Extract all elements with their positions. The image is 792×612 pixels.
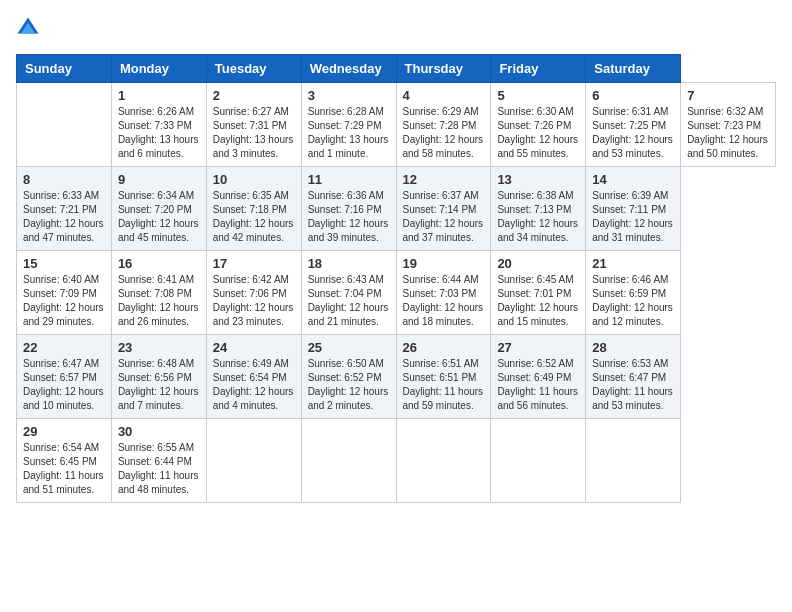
cell-info: Sunrise: 6:35 AM Sunset: 7:18 PM Dayligh… (213, 189, 295, 245)
day-number: 19 (403, 256, 485, 271)
day-number: 2 (213, 88, 295, 103)
cell-info: Sunrise: 6:48 AM Sunset: 6:56 PM Dayligh… (118, 357, 200, 413)
cell-info: Sunrise: 6:54 AM Sunset: 6:45 PM Dayligh… (23, 441, 105, 497)
cell-info: Sunrise: 6:39 AM Sunset: 7:11 PM Dayligh… (592, 189, 674, 245)
calendar-cell: 12Sunrise: 6:37 AM Sunset: 7:14 PM Dayli… (396, 167, 491, 251)
header (16, 16, 776, 40)
calendar-cell: 30Sunrise: 6:55 AM Sunset: 6:44 PM Dayli… (111, 419, 206, 503)
calendar-cell: 18Sunrise: 6:43 AM Sunset: 7:04 PM Dayli… (301, 251, 396, 335)
calendar-cell: 2Sunrise: 6:27 AM Sunset: 7:31 PM Daylig… (206, 83, 301, 167)
day-number: 18 (308, 256, 390, 271)
calendar-cell: 29Sunrise: 6:54 AM Sunset: 6:45 PM Dayli… (17, 419, 112, 503)
calendar-cell: 20Sunrise: 6:45 AM Sunset: 7:01 PM Dayli… (491, 251, 586, 335)
day-number: 20 (497, 256, 579, 271)
cell-info: Sunrise: 6:38 AM Sunset: 7:13 PM Dayligh… (497, 189, 579, 245)
day-number: 22 (23, 340, 105, 355)
calendar-cell: 16Sunrise: 6:41 AM Sunset: 7:08 PM Dayli… (111, 251, 206, 335)
calendar-cell: 5Sunrise: 6:30 AM Sunset: 7:26 PM Daylig… (491, 83, 586, 167)
cell-info: Sunrise: 6:55 AM Sunset: 6:44 PM Dayligh… (118, 441, 200, 497)
calendar-cell (491, 419, 586, 503)
cell-info: Sunrise: 6:51 AM Sunset: 6:51 PM Dayligh… (403, 357, 485, 413)
day-number: 15 (23, 256, 105, 271)
day-of-week-header: Tuesday (206, 55, 301, 83)
day-number: 26 (403, 340, 485, 355)
cell-info: Sunrise: 6:36 AM Sunset: 7:16 PM Dayligh… (308, 189, 390, 245)
day-number: 27 (497, 340, 579, 355)
day-number: 14 (592, 172, 674, 187)
day-of-week-header: Saturday (586, 55, 681, 83)
calendar-cell: 28Sunrise: 6:53 AM Sunset: 6:47 PM Dayli… (586, 335, 681, 419)
day-number: 21 (592, 256, 674, 271)
day-number: 6 (592, 88, 674, 103)
calendar-cell: 8Sunrise: 6:33 AM Sunset: 7:21 PM Daylig… (17, 167, 112, 251)
cell-info: Sunrise: 6:26 AM Sunset: 7:33 PM Dayligh… (118, 105, 200, 161)
day-number: 13 (497, 172, 579, 187)
cell-info: Sunrise: 6:37 AM Sunset: 7:14 PM Dayligh… (403, 189, 485, 245)
calendar-cell: 25Sunrise: 6:50 AM Sunset: 6:52 PM Dayli… (301, 335, 396, 419)
calendar-cell: 10Sunrise: 6:35 AM Sunset: 7:18 PM Dayli… (206, 167, 301, 251)
calendar-cell: 4Sunrise: 6:29 AM Sunset: 7:28 PM Daylig… (396, 83, 491, 167)
logo-icon (16, 16, 40, 40)
calendar-cell: 7Sunrise: 6:32 AM Sunset: 7:23 PM Daylig… (681, 83, 776, 167)
calendar-week-row: 15Sunrise: 6:40 AM Sunset: 7:09 PM Dayli… (17, 251, 776, 335)
calendar-cell: 19Sunrise: 6:44 AM Sunset: 7:03 PM Dayli… (396, 251, 491, 335)
calendar-week-row: 1Sunrise: 6:26 AM Sunset: 7:33 PM Daylig… (17, 83, 776, 167)
cell-info: Sunrise: 6:52 AM Sunset: 6:49 PM Dayligh… (497, 357, 579, 413)
day-of-week-header: Monday (111, 55, 206, 83)
day-number: 16 (118, 256, 200, 271)
cell-info: Sunrise: 6:30 AM Sunset: 7:26 PM Dayligh… (497, 105, 579, 161)
day-number: 1 (118, 88, 200, 103)
day-of-week-header: Sunday (17, 55, 112, 83)
day-number: 17 (213, 256, 295, 271)
day-number: 10 (213, 172, 295, 187)
day-number: 24 (213, 340, 295, 355)
calendar-cell: 26Sunrise: 6:51 AM Sunset: 6:51 PM Dayli… (396, 335, 491, 419)
calendar-table: SundayMondayTuesdayWednesdayThursdayFrid… (16, 54, 776, 503)
calendar-cell: 17Sunrise: 6:42 AM Sunset: 7:06 PM Dayli… (206, 251, 301, 335)
day-number: 7 (687, 88, 769, 103)
cell-info: Sunrise: 6:49 AM Sunset: 6:54 PM Dayligh… (213, 357, 295, 413)
calendar-cell: 6Sunrise: 6:31 AM Sunset: 7:25 PM Daylig… (586, 83, 681, 167)
cell-info: Sunrise: 6:27 AM Sunset: 7:31 PM Dayligh… (213, 105, 295, 161)
logo (16, 16, 44, 40)
cell-info: Sunrise: 6:31 AM Sunset: 7:25 PM Dayligh… (592, 105, 674, 161)
cell-info: Sunrise: 6:43 AM Sunset: 7:04 PM Dayligh… (308, 273, 390, 329)
cell-info: Sunrise: 6:47 AM Sunset: 6:57 PM Dayligh… (23, 357, 105, 413)
cell-info: Sunrise: 6:44 AM Sunset: 7:03 PM Dayligh… (403, 273, 485, 329)
day-number: 9 (118, 172, 200, 187)
cell-info: Sunrise: 6:46 AM Sunset: 6:59 PM Dayligh… (592, 273, 674, 329)
cell-info: Sunrise: 6:45 AM Sunset: 7:01 PM Dayligh… (497, 273, 579, 329)
calendar-week-row: 29Sunrise: 6:54 AM Sunset: 6:45 PM Dayli… (17, 419, 776, 503)
calendar-cell: 23Sunrise: 6:48 AM Sunset: 6:56 PM Dayli… (111, 335, 206, 419)
day-number: 5 (497, 88, 579, 103)
cell-info: Sunrise: 6:40 AM Sunset: 7:09 PM Dayligh… (23, 273, 105, 329)
cell-info: Sunrise: 6:53 AM Sunset: 6:47 PM Dayligh… (592, 357, 674, 413)
cell-info: Sunrise: 6:41 AM Sunset: 7:08 PM Dayligh… (118, 273, 200, 329)
calendar-cell: 11Sunrise: 6:36 AM Sunset: 7:16 PM Dayli… (301, 167, 396, 251)
calendar-cell: 15Sunrise: 6:40 AM Sunset: 7:09 PM Dayli… (17, 251, 112, 335)
calendar-cell: 27Sunrise: 6:52 AM Sunset: 6:49 PM Dayli… (491, 335, 586, 419)
day-number: 11 (308, 172, 390, 187)
calendar-header-row: SundayMondayTuesdayWednesdayThursdayFrid… (17, 55, 776, 83)
calendar-cell: 22Sunrise: 6:47 AM Sunset: 6:57 PM Dayli… (17, 335, 112, 419)
day-of-week-header: Thursday (396, 55, 491, 83)
day-number: 3 (308, 88, 390, 103)
calendar-cell: 24Sunrise: 6:49 AM Sunset: 6:54 PM Dayli… (206, 335, 301, 419)
calendar-cell: 21Sunrise: 6:46 AM Sunset: 6:59 PM Dayli… (586, 251, 681, 335)
calendar-cell (586, 419, 681, 503)
cell-info: Sunrise: 6:29 AM Sunset: 7:28 PM Dayligh… (403, 105, 485, 161)
cell-info: Sunrise: 6:42 AM Sunset: 7:06 PM Dayligh… (213, 273, 295, 329)
cell-info: Sunrise: 6:33 AM Sunset: 7:21 PM Dayligh… (23, 189, 105, 245)
cell-info: Sunrise: 6:34 AM Sunset: 7:20 PM Dayligh… (118, 189, 200, 245)
calendar-cell (301, 419, 396, 503)
day-of-week-header: Friday (491, 55, 586, 83)
calendar-cell: 14Sunrise: 6:39 AM Sunset: 7:11 PM Dayli… (586, 167, 681, 251)
calendar-cell: 13Sunrise: 6:38 AM Sunset: 7:13 PM Dayli… (491, 167, 586, 251)
day-number: 29 (23, 424, 105, 439)
calendar-cell (17, 83, 112, 167)
calendar-cell (206, 419, 301, 503)
calendar-cell (396, 419, 491, 503)
calendar-cell: 3Sunrise: 6:28 AM Sunset: 7:29 PM Daylig… (301, 83, 396, 167)
day-number: 12 (403, 172, 485, 187)
calendar-week-row: 8Sunrise: 6:33 AM Sunset: 7:21 PM Daylig… (17, 167, 776, 251)
